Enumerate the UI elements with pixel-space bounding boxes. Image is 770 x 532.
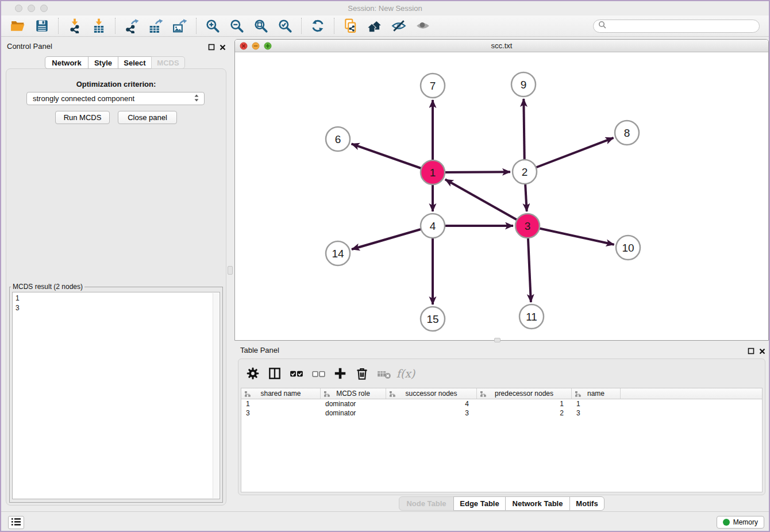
show-column-icon[interactable] [264, 363, 286, 384]
graph-node-8[interactable]: 8 [615, 121, 639, 145]
network-window-titlebar[interactable]: scc.txt [235, 40, 768, 52]
search-box[interactable] [593, 20, 760, 33]
close-window-button[interactable] [15, 5, 22, 12]
result-scrollbar[interactable] [213, 293, 219, 498]
cell-MCDS-role[interactable]: dominator [321, 409, 386, 417]
cell-predecessor-nodes[interactable]: 1 [477, 400, 572, 408]
float-panel-icon[interactable] [748, 346, 754, 357]
column-header-name[interactable]: name [572, 388, 621, 399]
select-all-icon[interactable] [286, 363, 307, 384]
graph-node-2[interactable]: 2 [513, 160, 537, 184]
cell-MCDS-role[interactable]: dominator [321, 400, 386, 408]
svg-text:1: 1 [430, 167, 436, 179]
svg-text:8: 8 [624, 127, 630, 139]
memory-status-icon [723, 519, 730, 526]
search-input[interactable] [609, 22, 754, 30]
minimize-network-icon[interactable] [252, 42, 260, 52]
memory-button[interactable]: Memory [717, 516, 764, 529]
mcds-result-text[interactable]: 1 3 [12, 292, 220, 499]
graph-node-7[interactable]: 7 [421, 74, 445, 98]
tab-network-table[interactable]: Network Table [505, 496, 570, 511]
horizontal-splitter-handle[interactable] [494, 338, 500, 342]
graph-node-6[interactable]: 6 [326, 127, 350, 151]
settings-gear-icon[interactable] [242, 363, 264, 384]
reset-home-icon[interactable] [363, 17, 387, 35]
column-header-shared-name[interactable]: shared name [241, 388, 321, 399]
add-row-icon[interactable] [329, 363, 351, 384]
maximize-network-icon[interactable] [264, 42, 272, 52]
show-panels-list-button[interactable] [8, 516, 24, 529]
memory-label: Memory [733, 518, 758, 526]
edge-1-6[interactable] [352, 144, 433, 172]
cell-shared-name[interactable]: 1 [241, 400, 321, 408]
svg-text:3: 3 [525, 220, 531, 232]
column-header-successor-nodes[interactable]: successor nodes [386, 388, 477, 399]
deselect-all-icon[interactable] [307, 363, 329, 384]
vertical-splitter-handle[interactable] [228, 266, 233, 275]
criterion-select[interactable]: strongly connected component [26, 92, 205, 105]
zoom-in-icon[interactable] [201, 17, 225, 35]
tab-motifs[interactable]: Motifs [569, 496, 605, 511]
zoom-selected-icon[interactable] [273, 17, 297, 35]
close-panel-icon[interactable] [759, 346, 765, 357]
delete-row-icon[interactable] [351, 363, 373, 384]
import-table-icon[interactable] [87, 17, 111, 35]
optimization-criterion-label: Optimization criterion: [6, 80, 226, 88]
tab-select[interactable]: Select [118, 56, 152, 69]
export-image-icon[interactable] [168, 17, 192, 35]
edge-3-10[interactable] [528, 226, 614, 245]
status-bar: Memory [1, 511, 769, 531]
tab-style[interactable]: Style [88, 56, 118, 69]
edge-3-1[interactable] [445, 179, 528, 226]
tab-network[interactable]: Network [45, 56, 88, 69]
column-header-predecessor-nodes[interactable]: predecessor nodes [477, 388, 572, 399]
toolbar-separator [196, 18, 197, 34]
zoom-out-icon[interactable] [225, 17, 249, 35]
float-panel-icon[interactable] [208, 43, 215, 53]
graph-canvas[interactable]: 7968124314101511 [235, 52, 768, 340]
graph-node-4[interactable]: 4 [421, 214, 445, 238]
delete-column-icon [373, 363, 395, 384]
svg-text:14: 14 [332, 248, 344, 260]
export-table-icon[interactable] [144, 17, 168, 35]
cell-name[interactable]: 1 [572, 400, 621, 408]
export-network-icon[interactable] [120, 17, 144, 35]
zoom-window-button[interactable] [40, 5, 48, 12]
table-panel-tabs: Node TableEdge TableNetwork TableMotifs [234, 496, 769, 511]
graph-node-1[interactable]: 1 [421, 160, 445, 184]
graph-node-9[interactable]: 9 [511, 72, 536, 97]
mcds-result-group: MCDS result (2 nodes) 1 3 [9, 283, 223, 503]
close-panel-icon[interactable] [220, 43, 226, 53]
cell-successor-nodes[interactable]: 3 [386, 409, 477, 417]
hide-selected-icon[interactable] [387, 17, 411, 35]
run-mcds-button[interactable]: Run MCDS [55, 111, 110, 124]
cell-successor-nodes[interactable]: 4 [386, 400, 477, 408]
close-panel-button[interactable]: Close panel [118, 111, 177, 124]
duplicate-network-icon[interactable] [338, 17, 363, 35]
tab-mcds[interactable]: MCDS [151, 56, 185, 69]
chevron-updown-icon [194, 94, 199, 104]
cell-name[interactable]: 3 [572, 409, 621, 417]
graph-node-11[interactable]: 11 [519, 304, 544, 329]
show-all-icon[interactable] [411, 17, 435, 35]
minimize-window-button[interactable] [28, 5, 35, 12]
table-toolbar: f(x) [242, 360, 417, 387]
close-network-icon[interactable] [240, 42, 248, 52]
table-row[interactable]: 1dominator411 [241, 399, 762, 408]
graph-node-10[interactable]: 10 [616, 236, 640, 260]
graph-node-14[interactable]: 14 [326, 241, 350, 265]
open-session-icon[interactable] [6, 17, 30, 35]
zoom-fit-icon[interactable] [249, 17, 273, 35]
import-network-icon[interactable] [63, 17, 87, 35]
cell-predecessor-nodes[interactable]: 2 [477, 409, 572, 417]
edge-2-8[interactable] [525, 138, 614, 172]
cell-shared-name[interactable]: 3 [241, 409, 321, 417]
table-row[interactable]: 3dominator323 [241, 408, 762, 418]
column-header-MCDS-role[interactable]: MCDS role [321, 388, 386, 399]
graph-node-3[interactable]: 3 [515, 214, 540, 238]
refresh-icon[interactable] [306, 17, 330, 35]
save-session-icon[interactable] [30, 17, 54, 35]
tab-edge-table[interactable]: Edge Table [453, 496, 506, 511]
tab-node-table[interactable]: Node Table [399, 496, 454, 511]
graph-node-15[interactable]: 15 [421, 307, 445, 331]
